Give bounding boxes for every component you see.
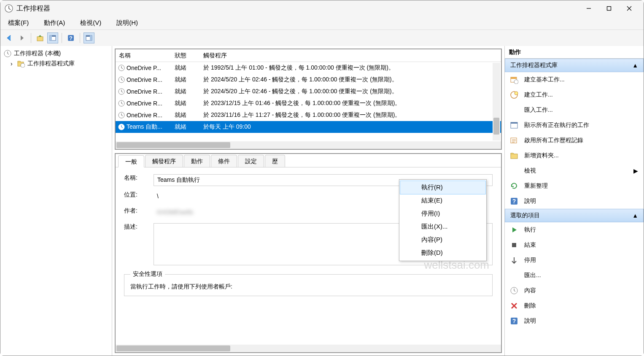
actions-pane-button[interactable] xyxy=(84,32,94,43)
tree-root[interactable]: 工作排程器 (本機) xyxy=(2,49,110,59)
menu-help[interactable]: 說明(H) xyxy=(114,17,140,29)
tree-library-label: 工作排程器程式庫 xyxy=(27,60,75,67)
menu-action[interactable]: 動作(A) xyxy=(41,17,67,29)
menu-view[interactable]: 檢視(V) xyxy=(78,17,104,29)
refresh-icon xyxy=(510,182,518,190)
task-list-header: 名稱 狀態 觸發程序 xyxy=(116,49,501,62)
action-label: 匯入工作... xyxy=(524,106,639,114)
clock-icon xyxy=(4,50,11,57)
action-group-library[interactable]: 工作排程器程式庫 ▲ xyxy=(505,59,644,72)
task-row[interactable]: OneDrive P...就緒於 1992/5/1 上午 01:00 - 觸發之… xyxy=(116,62,501,74)
action-import[interactable]: 匯入工作... xyxy=(505,102,644,118)
action-folder[interactable]: 新增資料夾... xyxy=(505,148,644,163)
security-legend: 安全性選項 xyxy=(130,270,165,278)
context-properties[interactable]: 內容(P) xyxy=(400,233,485,246)
help2-icon: ? xyxy=(510,317,518,325)
import-icon xyxy=(510,106,518,114)
back-button[interactable] xyxy=(4,32,15,43)
context-end[interactable]: 結束(E) xyxy=(400,194,485,207)
label-description: 描述: xyxy=(124,223,154,231)
action-view[interactable]: 檢視▶ xyxy=(505,163,644,178)
action-export[interactable]: 匯出... xyxy=(505,268,644,283)
task-status: 就緒 xyxy=(175,111,203,119)
action-run[interactable]: 執行 xyxy=(505,222,644,237)
tab-actions[interactable]: 動作 xyxy=(184,155,210,167)
svg-text:?: ? xyxy=(69,35,73,41)
action-label: 匯出... xyxy=(524,272,639,279)
svg-text:?: ? xyxy=(512,198,516,205)
separator xyxy=(80,33,80,43)
context-delete[interactable]: 刪除(D) xyxy=(400,246,485,259)
action-create-basic[interactable]: 建立基本工作... xyxy=(505,72,644,87)
history-icon xyxy=(510,136,518,145)
disable-icon xyxy=(510,256,518,264)
action-delete[interactable]: 刪除 xyxy=(505,298,644,313)
collapse-icon: ▲ xyxy=(632,212,638,219)
action-help[interactable]: ?說明 xyxy=(505,194,644,209)
action-history[interactable]: 啟用所有工作歷程記錄 xyxy=(505,133,644,148)
svg-rect-21 xyxy=(511,77,517,79)
task-row[interactable]: OneDrive R...就緒於 2023/11/16 上午 11:27 - 觸… xyxy=(116,109,501,121)
end-icon xyxy=(510,241,518,249)
action-label: 停用 xyxy=(524,256,639,264)
separator xyxy=(31,33,31,43)
toolbar: ? xyxy=(0,30,644,46)
task-row[interactable]: OneDrive R...就緒於 2024/5/20 上午 02:46 - 觸發… xyxy=(116,74,501,86)
task-status: 就緒 xyxy=(175,76,203,84)
svg-rect-26 xyxy=(511,122,517,124)
action-label: 內容 xyxy=(524,287,639,294)
action-group-label: 工作排程器程式庫 xyxy=(510,62,558,69)
action-refresh[interactable]: 重新整理 xyxy=(505,178,644,194)
tree-library[interactable]: › 工作排程器程式庫 xyxy=(2,59,110,69)
task-trigger: 於 2024/5/20 上午 02:46 - 觸發之後，每 1.00:00:00… xyxy=(203,76,501,84)
action-help2[interactable]: ?說明 xyxy=(505,313,644,329)
tab-triggers[interactable]: 觸發程序 xyxy=(145,155,183,167)
task-name: OneDrive R... xyxy=(127,100,162,107)
menu-file[interactable]: 檔案(F) xyxy=(5,17,31,29)
action-end[interactable]: 結束 xyxy=(505,237,644,253)
create-basic-icon xyxy=(510,76,518,84)
detail-horizontal-scrollbar[interactable] xyxy=(116,345,501,352)
task-trigger: 於每天 上午 09:00 xyxy=(203,123,501,131)
horizontal-scrollbar[interactable] xyxy=(116,141,501,149)
task-row[interactable]: Teams 自動...就緒於每天 上午 09:00 xyxy=(116,121,501,133)
tab-conditions[interactable]: 條件 xyxy=(211,155,237,167)
tree-pane: 工作排程器 (本機) › 工作排程器程式庫 xyxy=(0,46,112,356)
column-trigger[interactable]: 觸發程序 xyxy=(203,52,501,59)
context-run[interactable]: 執行(R) xyxy=(400,181,486,194)
view-icon xyxy=(510,167,518,175)
close-button[interactable] xyxy=(619,2,639,15)
clock-icon xyxy=(118,124,125,130)
task-trigger: 於 2023/11/16 上午 11:27 - 觸發之後，每 1.00:00:0… xyxy=(203,111,501,119)
task-trigger: 於 1992/5/1 上午 01:00 - 觸發之後，每 1.00:00:00 … xyxy=(203,64,501,72)
task-row[interactable]: OneDrive R...就緒於 2024/5/20 上午 02:46 - 觸發… xyxy=(116,86,501,97)
help-button[interactable]: ? xyxy=(65,32,76,43)
task-row[interactable]: OneDrive R...就緒於 2023/12/15 上午 01:46 - 觸… xyxy=(116,97,501,109)
run-icon xyxy=(510,226,518,234)
action-label: 執行 xyxy=(524,226,639,234)
pane-button[interactable] xyxy=(47,32,58,43)
collapse-icon: ▲ xyxy=(632,62,638,69)
column-status[interactable]: 狀態 xyxy=(175,52,203,59)
forward-button[interactable] xyxy=(16,32,27,43)
folder-icon xyxy=(510,151,518,160)
action-create[interactable]: 建立工作... xyxy=(505,87,644,102)
security-text: 當執行工作時，請使用下列使用者帳戶: xyxy=(130,283,486,291)
action-properties[interactable]: 內容 xyxy=(505,283,644,298)
maximize-button[interactable] xyxy=(599,2,619,15)
folder-clock-icon xyxy=(17,60,25,67)
tab-settings[interactable]: 設定 xyxy=(238,155,264,167)
action-group-selected[interactable]: 選取的項目 ▲ xyxy=(505,209,644,222)
tab-history[interactable]: 歷 xyxy=(265,155,285,167)
context-export[interactable]: 匯出(X)... xyxy=(400,220,485,233)
minimize-button[interactable] xyxy=(579,2,599,15)
separator xyxy=(62,33,62,43)
action-running[interactable]: 顯示所有正在執行的工作 xyxy=(505,118,644,133)
detail-tabs: 一般 觸發程序 動作 條件 設定 歷 xyxy=(116,154,501,167)
tab-general[interactable]: 一般 xyxy=(118,155,144,167)
vertical-scrollbar[interactable] xyxy=(493,63,500,140)
up-button[interactable] xyxy=(35,32,46,43)
action-disable[interactable]: 停用 xyxy=(505,253,644,268)
context-disable[interactable]: 停用(I) xyxy=(400,207,485,220)
column-name[interactable]: 名稱 xyxy=(116,52,175,59)
